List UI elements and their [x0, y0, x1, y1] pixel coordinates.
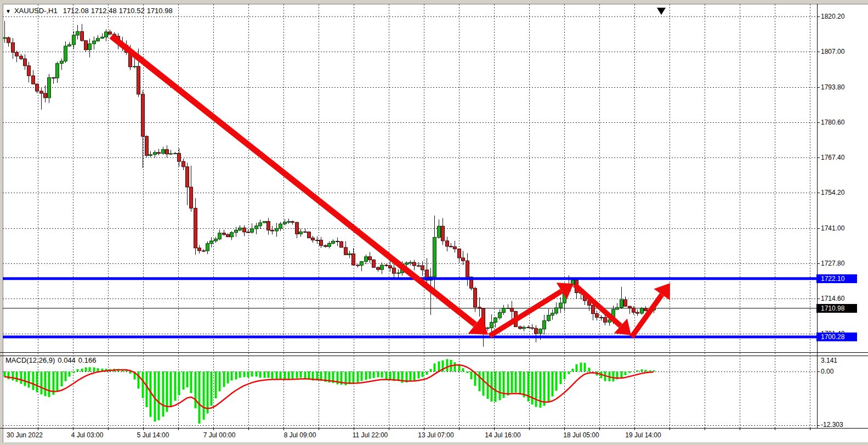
bullish-candle	[239, 228, 242, 230]
bullish-candle	[162, 150, 165, 154]
bullish-candle	[263, 221, 266, 222]
bearish-candle	[527, 327, 530, 328]
bullish-candle	[210, 241, 213, 244]
bearish-candle	[316, 240, 319, 241]
bullish-candle	[502, 308, 506, 313]
bearish-candle	[446, 241, 449, 246]
bearish-candle	[636, 312, 639, 313]
bearish-candle	[474, 288, 477, 307]
bearish-candle	[190, 187, 193, 208]
bearish-candle	[413, 262, 416, 266]
bullish-candle	[360, 262, 364, 266]
bullish-candle	[169, 154, 173, 154]
bearish-candle	[421, 266, 424, 270]
bearish-candle	[226, 234, 230, 236]
bullish-candle	[133, 66, 137, 67]
bearish-candle	[308, 232, 311, 238]
bullish-candle	[433, 238, 436, 277]
bearish-candle	[344, 247, 348, 255]
bearish-candle	[389, 266, 392, 268]
bullish-candle	[255, 226, 258, 229]
bullish-candle	[154, 153, 157, 155]
bearish-candle	[417, 266, 421, 266]
bearish-candle	[352, 254, 355, 265]
bearish-candle	[267, 221, 270, 230]
bullish-candle	[149, 155, 152, 156]
bearish-candle	[84, 41, 88, 50]
bearish-candle	[81, 31, 84, 40]
bearish-candle	[36, 84, 39, 91]
bearish-candle	[52, 77, 55, 78]
bullish-candle	[539, 329, 542, 334]
price-chart-canvas[interactable]	[0, 0, 868, 445]
bearish-candle	[628, 306, 632, 308]
bullish-candle	[230, 233, 234, 237]
bearish-candle	[320, 240, 323, 246]
bearish-candle	[166, 150, 169, 154]
bearish-candle	[182, 161, 185, 167]
bearish-candle	[137, 66, 140, 94]
bullish-candle	[381, 265, 384, 269]
bullish-candle	[279, 224, 282, 228]
bullish-candle	[235, 230, 238, 232]
bullish-candle	[551, 313, 554, 316]
bullish-candle	[251, 229, 254, 232]
bullish-candle	[68, 44, 71, 46]
bullish-candle	[48, 77, 51, 98]
bullish-candle	[543, 320, 546, 329]
bearish-candle	[178, 153, 181, 161]
bullish-candle	[365, 257, 368, 262]
bearish-candle	[453, 247, 457, 249]
bearish-candle	[247, 232, 250, 233]
bullish-candle	[640, 308, 644, 313]
bearish-candle	[304, 232, 307, 232]
bearish-candle	[186, 167, 189, 187]
bearish-candle	[44, 93, 47, 98]
bearish-candle	[458, 249, 461, 258]
bullish-candle	[93, 41, 96, 44]
bearish-candle	[340, 242, 343, 247]
bearish-candle	[32, 76, 35, 84]
bearish-candle	[592, 305, 595, 313]
bearish-candle	[377, 267, 380, 269]
bearish-candle	[202, 251, 206, 251]
bullish-candle	[498, 312, 502, 318]
bearish-candle	[271, 230, 274, 231]
bullish-candle	[101, 37, 104, 38]
bearish-candle	[624, 300, 627, 306]
bearish-candle	[296, 222, 299, 234]
bullish-candle	[259, 223, 262, 226]
bearish-candle	[368, 257, 372, 260]
bearish-candle	[141, 94, 145, 137]
bearish-candle	[324, 246, 327, 247]
bearish-candle	[336, 241, 339, 242]
bullish-candle	[105, 32, 108, 37]
bearish-candle	[510, 308, 514, 311]
bullish-candle	[332, 241, 335, 244]
bullish-candle	[174, 153, 177, 154]
chart-window: ▼XAUUSD-,H11712.081712.481710.521710.98 …	[0, 0, 868, 445]
bullish-candle	[547, 316, 551, 321]
bullish-candle	[409, 262, 412, 263]
bullish-candle	[76, 31, 80, 35]
bullish-candle	[438, 226, 441, 237]
bearish-candle	[600, 317, 603, 318]
bearish-candle	[311, 238, 315, 240]
bullish-candle	[206, 244, 209, 251]
bearish-candle	[441, 226, 445, 241]
bullish-candle	[559, 303, 563, 308]
bearish-candle	[531, 328, 534, 328]
bullish-candle	[328, 243, 331, 246]
bullish-candle	[214, 239, 218, 241]
bearish-candle	[7, 38, 10, 43]
bullish-candle	[616, 307, 619, 309]
bullish-candle	[555, 308, 558, 313]
bearish-candle	[145, 136, 149, 155]
bearish-candle	[24, 59, 27, 66]
bearish-candle	[109, 32, 112, 34]
bullish-candle	[88, 44, 92, 50]
bullish-candle	[97, 38, 100, 41]
bearish-candle	[519, 326, 522, 328]
bearish-candle	[393, 268, 396, 273]
bearish-candle	[595, 314, 599, 318]
